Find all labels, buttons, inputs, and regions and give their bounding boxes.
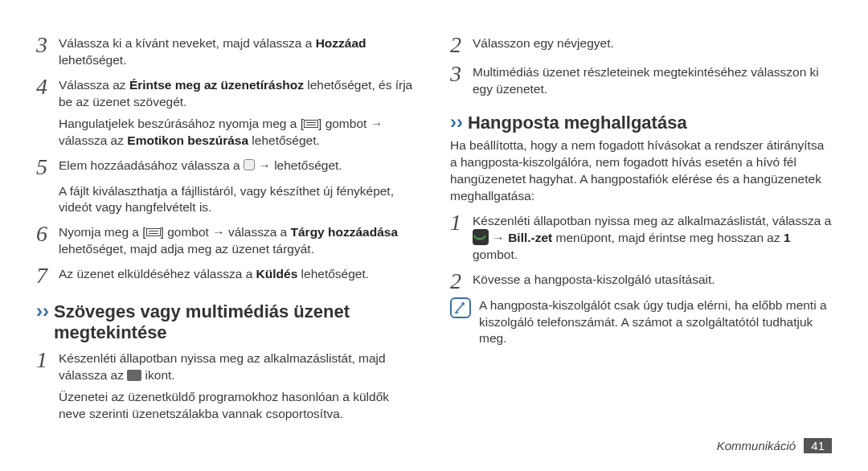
voicemail-intro: Ha beállította, hogy a nem fogadott hívá…	[450, 137, 832, 205]
note-text: A hangposta-kiszolgálót csak úgy tudja e…	[479, 297, 832, 348]
step-number: 4	[36, 74, 59, 111]
right-column: 2 Válasszon egy névjegyet. 3 Multimédiás…	[450, 32, 832, 463]
attach-icon	[244, 159, 255, 170]
section-title: Hangposta meghallgatása	[468, 113, 687, 133]
text: lehetőséget.	[297, 267, 369, 281]
text: Készenléti állapotban nyissa meg az alka…	[473, 214, 831, 227]
step-a1: 1 Készenléti állapotban nyissa meg az al…	[36, 347, 418, 384]
step-3: 3 Válassza ki a kívánt neveket, majd vál…	[36, 32, 418, 69]
step-text: Válassza az Érintse meg az üzenetíráshoz…	[59, 74, 418, 111]
menu-button-icon	[146, 228, 161, 236]
bold: 1	[784, 231, 791, 244]
step-number: 6	[36, 221, 59, 258]
text: Nyomja meg a [	[59, 225, 146, 239]
text: gombot.	[473, 248, 518, 261]
step-text: Válassza ki a kívánt neveket, majd válas…	[59, 32, 418, 69]
step-number: 2	[450, 32, 473, 56]
step-number: 5	[36, 154, 59, 178]
footer-label: Kommunikáció	[717, 439, 796, 453]
text: menüpont, majd érintse meg hosszan az	[552, 231, 784, 244]
step-7: 7 Az üzenet elküldéséhez válassza a Küld…	[36, 263, 418, 287]
text: → lehetőséget.	[255, 158, 342, 172]
step-b1: 1 Készenléti állapotban nyissa meg az al…	[450, 210, 832, 264]
step-number: 1	[36, 347, 59, 384]
phone-icon	[473, 229, 489, 245]
text: Készenléti állapotban nyissa meg az alka…	[59, 351, 386, 382]
text: lehetőséget, majd adja meg az üzenet tár…	[59, 242, 314, 256]
text: Hangulatjelek beszúrásához nyomja meg a …	[59, 117, 304, 130]
text: ikont.	[141, 368, 174, 382]
note-block: A hangposta-kiszolgálót csak úgy tudja e…	[450, 297, 832, 348]
step-number: 3	[450, 61, 473, 98]
section-heading-voicemail: ›› Hangposta meghallgatása	[450, 113, 832, 133]
step-r2: 2 Válasszon egy névjegyet.	[450, 32, 832, 56]
step-text: Multimédiás üzenet részleteinek megtekin…	[473, 61, 832, 98]
bold: Hozzáad	[316, 36, 366, 50]
step-number: 2	[450, 268, 473, 293]
bold: Küldés	[256, 267, 298, 281]
step-4: 4 Válassza az Érintse meg az üzenetírásh…	[36, 74, 418, 111]
step-5-detail: A fájlt kiválaszthatja a fájllistáról, v…	[59, 183, 418, 217]
section-title: Szöveges vagy multimédiás üzenet megteki…	[54, 301, 418, 342]
page-number: 41	[804, 438, 832, 453]
step-text: Készenléti állapotban nyissa meg az alka…	[59, 347, 418, 384]
menu-button-icon	[304, 120, 318, 128]
step-number: 7	[36, 263, 59, 287]
step-number: 3	[36, 32, 59, 69]
page-footer: Kommunikáció 41	[717, 438, 832, 453]
left-column: 3 Válassza ki a kívánt neveket, majd vál…	[36, 32, 418, 463]
step-6: 6 Nyomja meg a [] gombot → válassza a Tá…	[36, 221, 418, 258]
step-text: Elem hozzáadásához válassza a → lehetősé…	[59, 154, 418, 178]
section-heading-view-msg: ›› Szöveges vagy multimédiás üzenet megt…	[36, 301, 418, 342]
step-b2: 2 Kövesse a hangposta-kiszolgáló utasítá…	[450, 268, 832, 293]
bold: Tárgy hozzáadása	[291, 225, 399, 239]
step-text: Kövesse a hangposta-kiszolgáló utasítása…	[473, 268, 832, 293]
step-text: Válasszon egy névjegyet.	[473, 32, 832, 56]
step-5: 5 Elem hozzáadásához válassza a → lehető…	[36, 154, 418, 178]
bold: Emotikon beszúrása	[127, 133, 248, 147]
text: Válassza ki a kívánt neveket, majd válas…	[59, 36, 316, 50]
text: Az üzenet elküldéséhez válassza a	[59, 267, 256, 281]
step-text: Készenléti állapotban nyissa meg az alka…	[473, 210, 832, 264]
step-a1-detail: Üzenetei az üzenetküldő programokhoz has…	[59, 389, 418, 423]
bold: Érintse meg az üzenetíráshoz	[129, 78, 304, 92]
text: Elem hozzáadásához válassza a	[59, 158, 244, 172]
step-4-detail: Hangulatjelek beszúrásához nyomja meg a …	[59, 116, 418, 149]
step-number: 1	[450, 210, 473, 264]
bold: Bill.-zet	[508, 231, 552, 244]
chevron-icon: ››	[36, 301, 49, 321]
text: →	[489, 231, 508, 244]
text: lehetőséget.	[248, 133, 320, 147]
note-icon	[450, 297, 471, 318]
messaging-icon	[127, 370, 141, 381]
chevron-icon: ››	[450, 113, 463, 132]
step-text: Az üzenet elküldéséhez válassza a Küldés…	[59, 263, 418, 287]
text: lehetőséget.	[59, 53, 126, 67]
text: ] gombot → válassza a	[161, 225, 291, 239]
step-text: Nyomja meg a [] gombot → válassza a Tárg…	[59, 221, 418, 258]
text: Válassza az	[59, 78, 129, 92]
manual-page: 3 Válassza ki a kívánt neveket, majd vál…	[0, 0, 868, 471]
step-r3: 3 Multimédiás üzenet részleteinek megtek…	[450, 61, 832, 98]
